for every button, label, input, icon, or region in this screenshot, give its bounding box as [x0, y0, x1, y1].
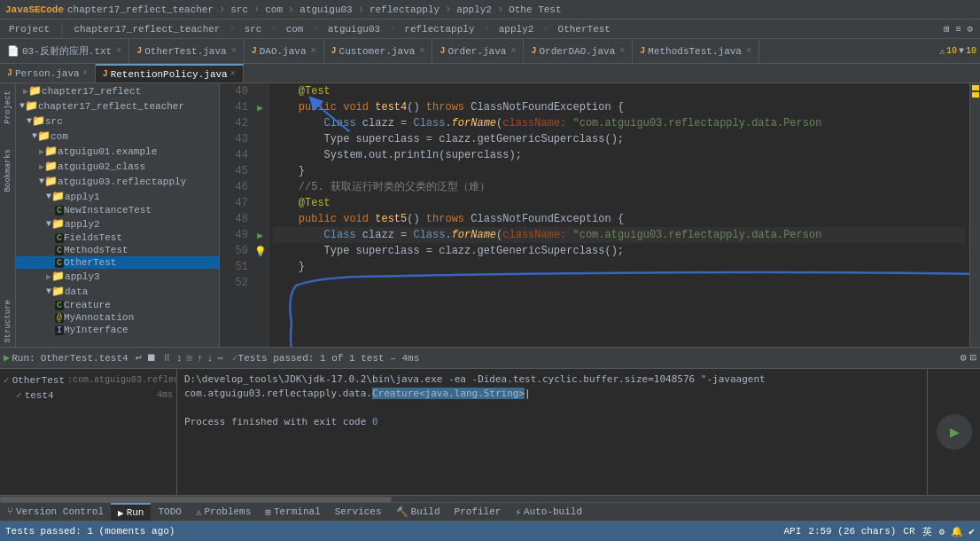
tab-version-control[interactable]: ⑂ Version Control [0, 503, 111, 521]
tab-todo[interactable]: TODO [151, 503, 188, 521]
tree-item-apply1[interactable]: ▼ 📁 apply1 [16, 189, 219, 204]
tab-problems[interactable]: ⚠ Problems [189, 503, 258, 521]
tree-item-data[interactable]: ▼ 📁 data [16, 284, 219, 299]
run-arrow-41[interactable]: ▶ [252, 99, 268, 115]
tab-profiler[interactable]: Profiler [447, 503, 509, 521]
tab-services[interactable]: Services [328, 503, 389, 521]
tab-orderdao-java[interactable]: J OrderDAO.java × [524, 39, 633, 63]
breadcrumb-reflectapply: reflectapply [369, 4, 439, 15]
tree-item-chapter17-reflect-teacher[interactable]: ▼ 📁 chapter17_reflect_teacher [16, 98, 219, 114]
sidebar-bookmarks-label[interactable]: Bookmarks [4, 145, 12, 196]
tab-methodstest-java[interactable]: J MethodsTest.java × [633, 39, 759, 63]
expand-button[interactable]: ⋯ [215, 352, 225, 364]
tab-customer-java[interactable]: J Customer.java × [324, 39, 433, 63]
tree-item-othertest[interactable]: C OtherTest [16, 256, 219, 269]
tab-build[interactable]: 🔨 Build [389, 503, 447, 521]
tree-item-fieldstest[interactable]: C FieldsTest [16, 231, 219, 244]
run-arrow-49[interactable]: ▶ [252, 227, 268, 243]
left-micro-sidebar: Project Bookmarks Structure [0, 83, 16, 347]
run-tab-icon: ▶ [118, 507, 124, 519]
tab-terminal[interactable]: ⊞ Terminal [258, 503, 327, 521]
class-icon-newinstance: C [55, 206, 64, 216]
app-logo: JavaSECode [5, 4, 64, 15]
tree-item-src[interactable]: ▼ 📁 src [16, 114, 219, 129]
menu-project[interactable]: Project [4, 22, 55, 36]
tree-item-myannotation[interactable]: @ MyAnnotation [16, 311, 219, 324]
tree-item-creature[interactable]: C Creature [16, 299, 219, 311]
down-button[interactable]: ↓ [206, 353, 215, 364]
output-line-3 [184, 401, 920, 415]
code-line-40: @Test [273, 83, 966, 99]
tab-dao-java[interactable]: J DAO.java × [245, 39, 324, 63]
rerun-button[interactable]: ↩ [134, 351, 144, 365]
scrollbar-thumb[interactable] [0, 497, 392, 502]
menu-bar: Project | chapter17_reflect_teacher › sr… [0, 20, 980, 39]
folder-icon-atguigu01: 📁 [44, 145, 58, 158]
menu-reflectapply[interactable]: reflectapply [399, 22, 479, 36]
editor-tab-bar: 📄 03-反射的应用.txt × J OtherTest.java × J DA… [0, 39, 980, 64]
folder-icon: 📁 [28, 84, 42, 98]
lightbulb-50[interactable]: 💡 [252, 243, 268, 259]
tests-passed-label: Tests passed: 1 of 1 test – 4ms [238, 353, 420, 364]
menu-chapter17[interactable]: chapter17_reflect_teacher [68, 22, 225, 36]
java-icon-order: J [439, 46, 445, 56]
menu-othertest[interactable]: OtherTest [553, 22, 616, 36]
status-lang: 英 [922, 525, 932, 538]
tree-item-atguigu02[interactable]: ▶ 📁 atguigu02_class [16, 159, 219, 174]
breadcrumb-src: src [230, 4, 248, 15]
sort-button[interactable]: ↕ [175, 353, 184, 364]
stop-button[interactable]: ⏹ [144, 351, 159, 365]
tree-item-newinstancetest[interactable]: C NewInstanceTest [16, 204, 219, 216]
folder-icon-data: 📁 [51, 285, 65, 298]
code-content[interactable]: @Test public void test4() throws ClassNo… [269, 83, 969, 347]
code-editor[interactable]: 40 41 42 43 44 45 46 47 48 49 50 51 52 [220, 83, 980, 347]
build-icon: 🔨 [396, 506, 408, 518]
tab-othertest-java[interactable]: J OtherTest.java × [129, 39, 244, 63]
tree-item-myinterface[interactable]: I MyInterface [16, 324, 219, 336]
pause-button[interactable]: ⏸ [159, 351, 174, 365]
settings-icon[interactable]: ⚙ [961, 351, 967, 365]
tab-reflectapply-txt[interactable]: 📄 03-反射的应用.txt × [0, 39, 129, 63]
run-tree-test4[interactable]: ✓ test4 4ms [4, 388, 173, 403]
tree-item-apply2[interactable]: ▼ 📁 apply2 [16, 216, 219, 231]
run-scrollbar[interactable] [0, 495, 980, 502]
tree-item-com[interactable]: ▼ 📁 com [16, 129, 219, 144]
menu-com[interactable]: com [281, 22, 309, 36]
tree-item-chapter17-reflect[interactable]: ▶ 📁 chapter17_reflect [16, 83, 219, 98]
code-line-44: System.out.println(superclass); [273, 147, 966, 163]
sidebar-structure-label[interactable]: Structure [4, 296, 12, 347]
tab-order-java[interactable]: J Order.java × [432, 39, 524, 63]
big-play-button[interactable]: ▶ [937, 414, 972, 450]
sidebar-project-label[interactable]: Project [4, 87, 12, 128]
right-gutter-strip [969, 83, 980, 347]
breadcrumb-othertest: Othe Test [509, 4, 561, 15]
tab-retentionpolicy-java[interactable]: J RetentionPolicy.java × [96, 64, 244, 82]
tree-item-atguigu03[interactable]: ▼ 📁 atguigu03.reflectapply [16, 174, 219, 189]
status-time: 2:59 (26 chars) [808, 526, 896, 537]
java-icon-dao: J [252, 46, 257, 56]
tree-item-atguigu01[interactable]: ▶ 📁 atguigu01.example [16, 144, 219, 159]
error-count: 10 [966, 46, 976, 56]
tab-person-java[interactable]: J Person.java × [0, 64, 96, 82]
menu-apply2[interactable]: apply2 [494, 22, 540, 36]
check-icon-test4: ✓ [16, 389, 22, 401]
status-left: Tests passed: 1 (moments ago) [5, 526, 175, 537]
play-button-area: ▶ [927, 369, 980, 495]
filter-button[interactable]: ⊞ [185, 352, 195, 364]
up-button[interactable]: ↑ [195, 353, 205, 364]
restore-icon[interactable]: ⊡ [970, 351, 976, 365]
menu-src[interactable]: src [239, 22, 268, 36]
folder-icon-atguigu02: 📁 [44, 160, 58, 173]
run-icon-green[interactable]: ▶ [4, 351, 10, 365]
tree-item-apply3[interactable]: ▶ 📁 apply3 [16, 269, 219, 284]
menu-atguigu03[interactable]: atguigu03 [323, 22, 385, 36]
class-icon-fieldstest: C [55, 233, 64, 243]
toolbar-icons: ⊞ ≡ ⚙ [940, 21, 976, 36]
tab-auto-build[interactable]: ⚡ Auto-build [508, 503, 589, 521]
run-tree-othertest[interactable]: ✓ OtherTest :com.atguigu03.reflect 4ms [4, 372, 173, 388]
run-header-label: Run: [12, 353, 35, 364]
tree-item-methodstest[interactable]: C MethodsTest [16, 244, 219, 256]
tab-run[interactable]: ▶ Run [111, 503, 151, 521]
terminal-icon: ⊞ [265, 506, 271, 518]
folder-icon-apply2: 📁 [51, 217, 65, 231]
